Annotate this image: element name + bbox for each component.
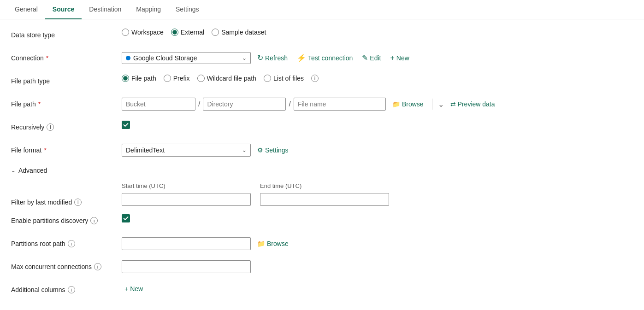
filter-by-modified-label: Filter by last modified i [11,187,122,206]
radio-sample-input[interactable] [212,29,219,36]
enable-partitions-control [122,214,130,222]
radio-file-path[interactable]: File path [122,75,156,82]
max-concurrent-input[interactable] [122,260,251,273]
additional-columns-new-button[interactable]: + New [122,283,146,294]
filename-input[interactable] [294,98,386,111]
max-concurrent-label: Max concurrent connections i [11,260,122,270]
radio-wildcard[interactable]: Wildcard file path [197,75,256,82]
enable-partitions-label: Enable partitions discovery i [11,214,122,224]
recursively-checkbox[interactable] [122,121,130,129]
partitions-browse-button[interactable]: 📁 Browse [254,238,291,249]
recursively-row: Recursively i [11,121,542,135]
radio-external-input[interactable] [171,29,178,36]
new-connection-icon: + [390,54,394,62]
tab-destination[interactable]: Destination [82,0,129,19]
file-path-type-label: File path type [11,75,122,85]
directory-input[interactable] [203,98,286,111]
additional-columns-info-icon: i [68,286,75,293]
radio-sample-label: Sample dataset [221,29,266,36]
bucket-input[interactable] [122,98,195,111]
partitions-root-path-input[interactable] [122,237,251,250]
start-time-col: Start time (UTC) [122,182,251,206]
edit-icon: ✎ [362,53,368,62]
refresh-button[interactable]: ↻ Refresh [254,52,290,64]
max-concurrent-row: Max concurrent connections i [11,260,542,275]
browse-button[interactable]: 📁 Browse [390,99,426,110]
connection-chevron-icon: ⌄ [242,55,247,61]
radio-sample[interactable]: Sample dataset [212,29,266,36]
radio-external[interactable]: External [171,29,204,36]
utc-group: Start time (UTC) End time (UTC) [122,182,389,206]
file-format-chevron-icon: ⌄ [242,147,247,153]
settings-icon: ⚙ [257,146,263,154]
radio-prefix-input[interactable] [164,75,171,82]
tab-bar: General Source Destination Mapping Setti… [0,0,644,19]
browse-folder-icon: 📁 [392,100,400,108]
connection-dropdown[interactable]: Google Cloud Storage ⌄ [122,52,251,64]
tab-source[interactable]: Source [45,0,82,19]
enable-partitions-checkbox[interactable] [122,214,130,222]
partitions-browse-icon: 📁 [257,240,265,247]
max-concurrent-control [122,260,251,273]
radio-list-input[interactable] [264,75,271,82]
filter-by-modified-control: Start time (UTC) End time (UTC) [122,182,389,206]
partitions-root-path-label: Partitions root path i [11,237,122,247]
radio-file-path-label: File path [131,75,156,82]
enable-partitions-row: Enable partitions discovery i [11,214,542,229]
end-time-input[interactable] [260,193,389,206]
connection-status-dot [126,56,130,60]
radio-workspace-label: Workspace [131,29,164,36]
file-path-type-row: File path type File path Prefix Wildcard… [11,75,542,89]
max-concurrent-info-icon: i [94,263,101,270]
chevron-right-icon: ⌄ [11,167,16,174]
tab-general[interactable]: General [7,0,45,19]
recursively-control [122,121,130,129]
settings-button[interactable]: ⚙ Settings [254,145,291,156]
refresh-icon: ↻ [257,53,263,62]
new-connection-button[interactable]: + New [387,52,412,64]
file-path-required: * [38,100,41,108]
radio-workspace-input[interactable] [122,29,129,36]
end-time-label: End time (UTC) [260,182,389,189]
preview-data-button[interactable]: ⇄ Preview data [448,99,498,110]
additional-columns-control: + New [122,283,146,294]
tab-mapping[interactable]: Mapping [129,0,168,19]
additional-columns-new-icon: + [124,285,128,292]
enable-partitions-info-icon: i [90,217,98,224]
connection-control: Google Cloud Storage ⌄ ↻ Refresh ⚡ Test … [122,52,412,64]
connection-dropdown-label: Google Cloud Storage [126,54,239,62]
data-store-type-control: Workspace External Sample dataset [122,29,266,36]
file-format-control: DelimitedText ⌄ ⚙ Settings [122,144,291,157]
end-time-col: End time (UTC) [260,182,389,206]
tab-settings[interactable]: Settings [168,0,207,19]
divider [432,99,432,110]
recursively-info-icon: i [47,123,54,131]
additional-columns-row: Additional columns i + New [11,283,542,298]
file-format-row: File format * DelimitedText ⌄ ⚙ Settings [11,144,542,158]
advanced-label: Advanced [18,167,47,174]
chevron-down-icon[interactable]: ⌄ [438,100,444,109]
path-separator-1: / [197,100,201,108]
filter-by-modified-info-icon: i [74,199,82,206]
test-connection-icon: ⚡ [297,53,306,62]
advanced-row[interactable]: ⌄ Advanced [11,167,542,174]
test-connection-button[interactable]: ⚡ Test connection [294,52,355,64]
start-time-input[interactable] [122,193,251,206]
edit-button[interactable]: ✎ Edit [359,52,384,64]
file-path-row: File path * / / 📁 Browse ⌄ ⇄ Preview dat… [11,98,542,112]
file-path-group: / / [122,98,386,111]
file-path-type-radio-group: File path Prefix Wildcard file path List… [122,75,319,82]
radio-list-label: List of files [273,75,304,82]
partitions-root-path-control: 📁 Browse [122,237,291,250]
connection-required: * [46,54,48,62]
radio-list-of-files[interactable]: List of files [264,75,304,82]
recursively-label: Recursively i [11,121,122,131]
file-format-dropdown[interactable]: DelimitedText ⌄ [122,144,251,157]
radio-wildcard-input[interactable] [197,75,205,82]
radio-workspace[interactable]: Workspace [122,29,164,36]
radio-prefix[interactable]: Prefix [164,75,190,82]
file-format-required: * [44,146,46,154]
radio-file-path-input[interactable] [122,75,129,82]
additional-columns-label: Additional columns i [11,283,122,293]
connection-label: Connection * [11,52,122,62]
